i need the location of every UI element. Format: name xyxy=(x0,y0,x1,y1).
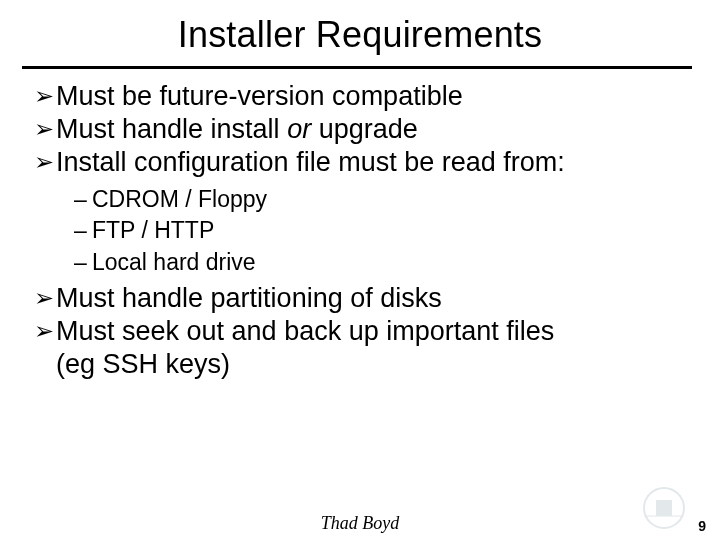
chevron-right-icon: ➢ xyxy=(34,283,56,313)
sub-item: – Local hard drive xyxy=(74,248,700,277)
slide-title: Installer Requirements xyxy=(0,0,720,66)
bullet-text: Must be future-version compatible xyxy=(56,81,700,113)
bullet-item: ➢ Must be future-version compatible xyxy=(34,81,700,113)
sub-list: – CDROM / Floppy – FTP / HTTP – Local ha… xyxy=(34,185,700,277)
sub-text: CDROM / Floppy xyxy=(92,185,700,214)
sub-text: FTP / HTTP xyxy=(92,216,700,245)
bullet-item: ➢ Must handle partitioning of disks xyxy=(34,283,700,315)
bullet-continuation: (eg SSH keys) xyxy=(56,349,700,381)
sub-item: – CDROM / Floppy xyxy=(74,185,700,214)
bullet-text: Must handle partitioning of disks xyxy=(56,283,700,315)
sub-item: – FTP / HTTP xyxy=(74,216,700,245)
sub-text: Local hard drive xyxy=(92,248,700,277)
dash-icon: – xyxy=(74,185,92,214)
bullet-item: ➢ Must seek out and back up important fi… xyxy=(34,316,700,348)
footer-author: Thad Boyd xyxy=(0,513,720,534)
bullet-text: Install configuration file must be read … xyxy=(56,147,700,179)
page-number: 9 xyxy=(698,518,706,534)
chevron-right-icon: ➢ xyxy=(34,147,56,177)
bullet-item: ➢ Must handle install or upgrade xyxy=(34,114,700,146)
bullet-text: Must handle install or upgrade xyxy=(56,114,700,146)
bullet-item: ➢ Install configuration file must be rea… xyxy=(34,147,700,179)
slide: Installer Requirements ➢ Must be future-… xyxy=(0,0,720,540)
chevron-right-icon: ➢ xyxy=(34,114,56,144)
bullet-text: Must seek out and back up important file… xyxy=(56,316,700,348)
dash-icon: – xyxy=(74,216,92,245)
slide-body: ➢ Must be future-version compatible ➢ Mu… xyxy=(0,69,720,380)
chevron-right-icon: ➢ xyxy=(34,81,56,111)
chevron-right-icon: ➢ xyxy=(34,316,56,346)
dash-icon: – xyxy=(74,248,92,277)
